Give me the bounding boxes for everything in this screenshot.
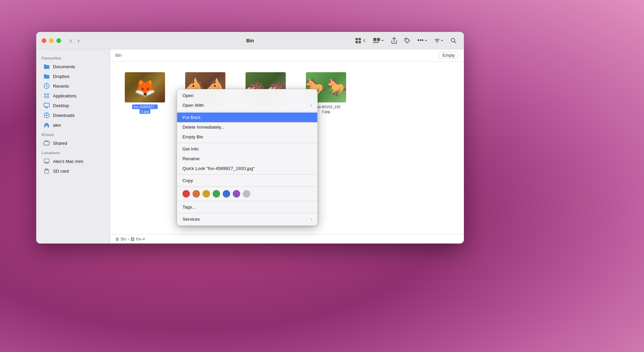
share-icon — [391, 37, 397, 44]
applications-icon — [44, 93, 50, 99]
documents-label: Documents — [53, 64, 75, 69]
search-button[interactable] — [448, 36, 459, 45]
color-purple[interactable] — [233, 190, 240, 197]
svg-rect-16 — [44, 103, 49, 107]
sidebar-item-mac[interactable]: Alex's Mac mini — [38, 157, 108, 166]
cm-open-label: Open — [182, 93, 194, 98]
svg-rect-3 — [359, 41, 361, 43]
svg-rect-0 — [356, 38, 358, 40]
cm-open[interactable]: Open — [177, 91, 317, 100]
sidebar: Favourites Documents Dropbox Recents — [36, 49, 110, 244]
sidebar-item-recents[interactable]: Recents — [38, 81, 108, 91]
more-button[interactable]: ••• — [415, 36, 430, 45]
back-button[interactable]: ‹ — [68, 35, 74, 46]
cm-delete-immediately[interactable]: Delete Immediately... — [177, 122, 317, 132]
svg-rect-4 — [373, 38, 376, 41]
cm-put-back[interactable]: Put Back — [177, 113, 317, 122]
cm-quick-look-label: Quick Look "fox-4589927_1920.jpg" — [182, 166, 255, 171]
icloud-section-label: iCloud — [36, 130, 110, 138]
empty-button[interactable]: Empty — [439, 52, 459, 59]
svg-point-14 — [44, 96, 47, 98]
svg-rect-8 — [377, 42, 379, 43]
recents-icon — [44, 83, 50, 89]
cm-divider-5 — [177, 201, 317, 201]
chevron-down-icon — [381, 39, 384, 42]
color-yellow[interactable] — [203, 190, 210, 197]
traffic-lights — [42, 38, 61, 43]
cm-copy[interactable]: Copy — [177, 176, 317, 185]
color-orange[interactable] — [193, 190, 200, 197]
desktop-icon — [44, 102, 50, 108]
svg-point-15 — [47, 96, 49, 98]
toolbar-right: ••• — [353, 36, 459, 45]
cm-empty-bin[interactable]: Empty Bin — [177, 132, 317, 142]
folder-icon — [44, 63, 50, 70]
minimize-button[interactable] — [49, 38, 54, 43]
cm-divider-6 — [177, 213, 317, 213]
applications-label: Applications — [53, 93, 76, 98]
svg-rect-1 — [359, 38, 361, 40]
tag-icon — [404, 37, 411, 44]
sd-label: SD card — [53, 169, 69, 174]
breadcrumb-bar: Bin Empty — [110, 49, 464, 61]
share-button[interactable] — [389, 36, 399, 45]
color-red[interactable] — [182, 190, 190, 197]
cm-services-label: Services — [182, 217, 200, 222]
gallery-icon — [373, 38, 380, 44]
fox-filename-selected2: 0.jpg — [140, 109, 150, 114]
sidebar-item-desktop[interactable]: Desktop — [38, 101, 108, 110]
cm-put-back-label: Put Back — [182, 115, 201, 120]
cm-rename[interactable]: Rename — [177, 154, 317, 164]
context-menu: Open Open With › Put Back Delete Immedia… — [177, 89, 318, 226]
status-path: Bin — [121, 237, 126, 241]
sidebar-item-home[interactable]: alex — [38, 120, 108, 130]
cm-open-with[interactable]: Open With › — [177, 100, 317, 110]
status-bar: 🗑 Bin › 🖼 fox-4 — [110, 234, 464, 244]
sidebar-item-dropbox[interactable]: Dropbox — [38, 72, 108, 81]
view-grid-button[interactable] — [353, 36, 368, 45]
grid-icon — [355, 37, 362, 44]
chevron-up-down-icon — [362, 39, 366, 43]
cm-divider-4 — [177, 186, 317, 187]
svg-rect-19 — [44, 159, 49, 162]
sd-icon — [44, 168, 50, 174]
cm-open-with-arrow: › — [311, 103, 312, 108]
sort-button[interactable] — [432, 37, 446, 45]
cm-quick-look[interactable]: Quick Look "fox-4589927_1920.jpg" — [177, 164, 317, 173]
sidebar-item-applications[interactable]: Applications — [38, 91, 108, 100]
cm-tags[interactable]: Tags... — [177, 202, 317, 212]
cm-empty-bin-label: Empty Bin — [182, 134, 203, 139]
dropbox-icon — [44, 73, 50, 79]
close-button[interactable] — [42, 38, 46, 43]
ellipsis-icon: ••• — [417, 37, 424, 44]
maximize-button[interactable] — [56, 38, 61, 43]
color-gray[interactable] — [243, 190, 250, 197]
color-blue[interactable] — [223, 190, 230, 197]
cm-colors — [177, 188, 317, 200]
bin-icon-status: 🗑 — [115, 237, 119, 241]
svg-point-10 — [451, 38, 455, 42]
locations-section-label: Locations — [36, 148, 110, 156]
favourites-section-label: Favourites — [36, 53, 110, 61]
cm-services[interactable]: Services › — [177, 214, 317, 224]
sidebar-item-downloads[interactable]: Downloads — [38, 111, 108, 120]
color-green[interactable] — [213, 190, 220, 197]
forward-button[interactable]: › — [75, 35, 82, 46]
shared-icon — [44, 140, 50, 146]
cm-delete-label: Delete Immediately... — [182, 125, 225, 130]
sidebar-item-sd[interactable]: SD card — [38, 166, 108, 176]
cm-copy-label: Copy — [182, 178, 193, 183]
sidebar-item-shared[interactable]: Shared — [38, 138, 108, 148]
tag-button[interactable] — [402, 36, 413, 45]
sidebar-item-documents[interactable]: Documents — [38, 62, 108, 71]
svg-point-9 — [406, 39, 407, 40]
svg-point-13 — [47, 93, 49, 96]
cm-get-info[interactable]: Get Info — [177, 144, 317, 154]
gallery-view-button[interactable] — [371, 36, 386, 45]
sort-chevron-icon — [440, 39, 444, 42]
file-item-fox[interactable]: 🦊 fox-4589927_ 0.jpg — [118, 70, 172, 117]
sort-icon — [434, 38, 440, 43]
recents-label: Recents — [53, 84, 69, 89]
fox-filename-selected: fox-4589927_ — [132, 104, 157, 109]
cm-services-arrow: › — [311, 217, 312, 222]
